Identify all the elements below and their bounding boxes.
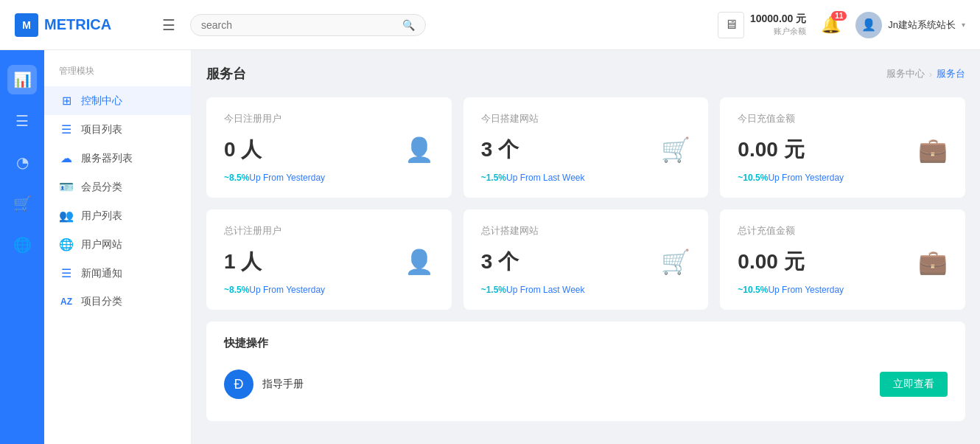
balance-label: 账户余额 xyxy=(750,26,806,37)
stat-value-row: 0.00 元 💼 xyxy=(738,136,948,164)
trend-percent: ~8.5% xyxy=(224,173,249,183)
nav-icon-users: 👥 xyxy=(59,209,74,223)
trend-percent: ~8.5% xyxy=(224,285,249,295)
stat-trend: ~1.5%Up From Last Week xyxy=(481,173,691,183)
nav-item-news[interactable]: ☰ 新闻通知 xyxy=(44,259,191,288)
trend-percent: ~10.5% xyxy=(738,285,768,295)
stats-row-2: 总计注册用户 1 人 👤 ~8.5%Up From Yesterday 总计搭建… xyxy=(206,209,965,310)
trend-percent: ~10.5% xyxy=(738,173,768,183)
nav-icon-projects: ☰ xyxy=(59,122,74,136)
stat-icon: 💼 xyxy=(918,136,948,164)
nav-icon-categories: AZ xyxy=(59,296,74,307)
sidebar-icon-chart[interactable]: 📊 xyxy=(7,65,37,94)
sidebar-icon-pie[interactable]: ◔ xyxy=(7,148,37,177)
nav-item-categories[interactable]: AZ 项目分类 xyxy=(44,288,191,316)
stat-label: 总计充值金额 xyxy=(738,224,948,237)
nav-section-title: 管理模块 xyxy=(44,65,191,86)
nav-icon-members: 🪪 xyxy=(59,180,74,194)
sidebar-icon-globe[interactable]: 🌐 xyxy=(7,230,37,260)
stat-trend: ~10.5%Up From Yesterday xyxy=(738,285,948,295)
breadcrumb-current: 服务台 xyxy=(937,67,965,80)
wallet-icon: 🖥 xyxy=(718,12,744,38)
quick-action-button[interactable]: 立即查看 xyxy=(880,372,948,397)
nav-label-websites: 用户网站 xyxy=(81,238,122,252)
nav-item-projects[interactable]: ☰ 项目列表 xyxy=(44,115,191,144)
stat-value-row: 0.00 元 💼 xyxy=(738,248,948,276)
sidebar-icon-cart[interactable]: 🛒 xyxy=(7,189,37,218)
stat-value: 0 人 xyxy=(224,136,262,164)
quick-actions: 快捷操作 Ð 指导手册 立即查看 xyxy=(206,322,965,421)
stat-value-row: 3 个 🛒 xyxy=(481,136,691,164)
balance-info: 10000.00 元 账户余额 xyxy=(750,13,806,37)
breadcrumb-sep: › xyxy=(929,69,932,80)
avatar: 👤 xyxy=(855,12,882,38)
stat-icon: 💼 xyxy=(918,248,948,276)
logo-icon: M xyxy=(15,13,38,37)
main-content: 服务台 服务中心 › 服务台 今日注册用户 0 人 👤 ~8.5%Up From… xyxy=(192,50,980,444)
stat-label: 今日注册用户 xyxy=(224,112,434,125)
search-bar[interactable]: 🔍 xyxy=(190,14,426,36)
logo[interactable]: M METRICA xyxy=(15,13,162,37)
nav-icon-servers: ☁ xyxy=(59,151,74,165)
quick-item-icon: Ð xyxy=(224,370,253,399)
quick-title: 快捷操作 xyxy=(224,336,948,350)
nav-item-servers[interactable]: ☁ 服务器列表 xyxy=(44,144,191,173)
stat-icon: 👤 xyxy=(405,136,434,164)
user-menu[interactable]: 👤 Jn建站系统站长 ▾ xyxy=(855,12,965,38)
stat-label: 今日充值金额 xyxy=(738,112,948,125)
quick-item-text: 指导手册 xyxy=(262,378,304,391)
stat-trend: ~8.5%Up From Yesterday xyxy=(224,285,434,295)
sidebar-icon-layers[interactable]: ☰ xyxy=(7,106,37,136)
logo-text: METRICA xyxy=(44,16,111,33)
stat-label: 今日搭建网站 xyxy=(481,112,691,125)
nav-item-dashboard[interactable]: ⊞ 控制中心 xyxy=(44,86,191,115)
stat-value: 1 人 xyxy=(224,248,262,276)
stat-label: 总计注册用户 xyxy=(224,224,434,237)
balance-widget: 🖥 10000.00 元 账户余额 xyxy=(718,12,806,38)
stat-value-row: 0 人 👤 xyxy=(224,136,434,164)
nav-icon-dashboard: ⊞ xyxy=(59,94,74,108)
stat-value-row: 3 个 🛒 xyxy=(481,248,691,276)
username: Jn建站系统站长 xyxy=(888,18,956,32)
nav-item-members[interactable]: 🪪 会员分类 xyxy=(44,173,191,201)
trend-percent: ~1.5% xyxy=(481,173,506,183)
navbar: M METRICA ☰ 🔍 🖥 10000.00 元 账户余额 🔔 11 👤 J… xyxy=(0,0,980,50)
side-nav: 管理模块 ⊞ 控制中心 ☰ 项目列表 ☁ 服务器列表 🪪 会员分类 👥 用户列表… xyxy=(44,50,192,444)
icon-sidebar: 📊 ☰ ◔ 🛒 🌐 xyxy=(0,50,44,444)
stat-value: 0.00 元 xyxy=(738,248,804,276)
nav-label-members: 会员分类 xyxy=(81,181,122,194)
stat-card-stats-row2-2: 总计充值金额 0.00 元 💼 ~10.5%Up From Yesterday xyxy=(720,209,965,310)
quick-item-0: Ð 指导手册 立即查看 xyxy=(224,362,948,406)
menu-icon[interactable]: ☰ xyxy=(162,16,175,34)
nav-item-users[interactable]: 👥 用户列表 xyxy=(44,201,191,230)
nav-icon-websites: 🌐 xyxy=(59,237,74,252)
notification-bell[interactable]: 🔔 11 xyxy=(821,15,841,35)
stat-value: 3 个 xyxy=(481,136,519,164)
stat-card-stats-row1-0: 今日注册用户 0 人 👤 ~8.5%Up From Yesterday xyxy=(206,97,452,198)
nav-label-categories: 项目分类 xyxy=(81,295,122,308)
user-dropdown-arrow: ▾ xyxy=(962,21,965,29)
breadcrumb: 服务中心 › 服务台 xyxy=(886,67,965,80)
nav-label-projects: 项目列表 xyxy=(81,123,122,136)
stat-trend: ~10.5%Up From Yesterday xyxy=(738,173,948,183)
breadcrumb-parent: 服务中心 xyxy=(886,67,925,80)
nav-item-websites[interactable]: 🌐 用户网站 xyxy=(44,230,191,259)
stat-icon: 🛒 xyxy=(661,136,690,164)
page-title: 服务台 xyxy=(206,65,246,83)
stat-label: 总计搭建网站 xyxy=(481,224,691,237)
bell-badge: 11 xyxy=(831,11,847,21)
search-icon: 🔍 xyxy=(402,19,415,31)
trend-percent: ~1.5% xyxy=(481,285,506,295)
main-layout: 📊 ☰ ◔ 🛒 🌐 管理模块 ⊞ 控制中心 ☰ 项目列表 ☁ 服务器列表 🪪 会… xyxy=(0,50,980,444)
stat-card-stats-row1-1: 今日搭建网站 3 个 🛒 ~1.5%Up From Last Week xyxy=(463,97,709,198)
balance-amount: 10000.00 元 xyxy=(750,13,806,26)
stat-trend: ~8.5%Up From Yesterday xyxy=(224,173,434,183)
nav-label-news: 新闻通知 xyxy=(81,267,122,280)
page-header: 服务台 服务中心 › 服务台 xyxy=(206,65,965,83)
nav-label-users: 用户列表 xyxy=(81,209,122,223)
quick-item-left: Ð 指导手册 xyxy=(224,370,304,399)
stat-icon: 👤 xyxy=(405,248,434,276)
nav-icon-news: ☰ xyxy=(59,266,74,280)
stat-trend: ~1.5%Up From Last Week xyxy=(481,285,691,295)
search-input[interactable] xyxy=(201,19,402,31)
